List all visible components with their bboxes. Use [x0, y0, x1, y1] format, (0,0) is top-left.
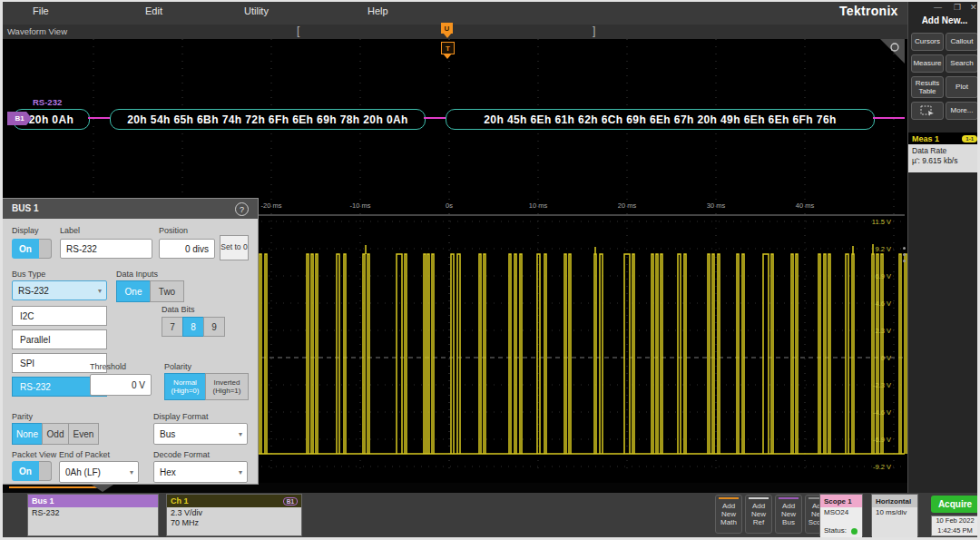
polarity-label: Polarity	[164, 362, 191, 371]
callout-button[interactable]: Callout	[946, 33, 978, 51]
data-bits-8-button[interactable]: 8	[182, 317, 204, 337]
plot-button[interactable]: Plot	[946, 76, 978, 98]
trigger-position-marker[interactable]: T	[441, 42, 455, 54]
volt-tick-label: 9.2 V	[875, 245, 891, 253]
scope1-badge-card[interactable]: Scope 1 MSO24 Status:	[819, 494, 863, 536]
panel-grip-handle[interactable]	[901, 243, 906, 265]
label-field-label: Label	[60, 226, 80, 235]
bus-type-option-i2c[interactable]: I2C	[12, 306, 107, 326]
menu-file[interactable]: File	[33, 5, 49, 16]
horizontal-card-title: Horizontal	[876, 497, 911, 506]
parity-none-button[interactable]: None	[12, 423, 43, 445]
threshold-input[interactable]: 0 V	[90, 374, 152, 396]
bus-packet: 20h 45h 6Eh 61h 62h 6Ch 69h 6Eh 67h 20h …	[446, 109, 875, 130]
help-icon[interactable]: ?	[235, 202, 249, 216]
add-new-math-button[interactable]: Add New Math	[715, 495, 742, 534]
scope1-model: MSO24	[824, 508, 858, 517]
cursors-button[interactable]: Cursors	[911, 33, 944, 51]
bus-idle-line	[424, 117, 446, 119]
end-of-packet-dropdown[interactable]: 0Ah (LF) ▾	[59, 461, 139, 483]
results-table-button[interactable]: Results Table	[911, 76, 944, 98]
more-button[interactable]: More...	[946, 102, 978, 120]
data-inputs-one-button[interactable]: One	[116, 280, 151, 302]
measure-button[interactable]: Measure	[911, 54, 944, 73]
data-bits-9-button[interactable]: 9	[203, 317, 225, 337]
acquire-button[interactable]: Acquire	[931, 496, 979, 513]
volt-tick-label: -4.6 V	[873, 408, 891, 417]
position-input[interactable]: 0 divs	[159, 239, 215, 259]
ch1-badge-card[interactable]: Ch 1 B1 2.3 V/div 70 MHz	[166, 494, 302, 536]
scope1-card-title: Scope 1	[824, 497, 852, 506]
window-minimize-button[interactable]: —	[934, 3, 942, 12]
volt-tick-label: -2.3 V	[873, 381, 891, 389]
end-of-packet-value: 0Ah (LF)	[65, 467, 101, 477]
decode-format-label: Decode Format	[153, 450, 210, 459]
time-tick-label: 20 ms	[618, 201, 636, 210]
trigger-position-arrow-icon	[443, 54, 452, 59]
horizontal-badge-card[interactable]: Horizontal 10 ms/div	[871, 494, 918, 536]
data-bits-7-button[interactable]: 7	[162, 317, 183, 337]
horizontal-scale: 10 ms/div	[876, 508, 914, 517]
set-to-zero-button[interactable]: Set to 0	[220, 235, 249, 260]
packet-view-toggle[interactable]: On	[12, 461, 52, 481]
display-toggle[interactable]: On	[12, 239, 52, 259]
end-of-packet-label: End of Packet	[59, 450, 110, 459]
zoom-bracket-left[interactable]: [	[297, 25, 299, 37]
source-color-stripe	[779, 497, 799, 499]
bus-idle-line	[88, 117, 110, 119]
volt-tick-label: -6.9 V	[873, 436, 891, 444]
zoom-box-icon	[920, 105, 935, 116]
ch1-bandwidth: 70 MHz	[171, 518, 298, 528]
display-toggle-knob	[39, 239, 52, 259]
ch1-card-title: Ch 1	[171, 496, 189, 506]
zoom-box-button[interactable]	[911, 102, 944, 120]
bus-type-label: Bus Type	[12, 270, 45, 279]
bus1-config-dialog: BUS 1 ? Display On Label RS-232 Position…	[2, 198, 259, 485]
chevron-down-icon: ▾	[239, 430, 242, 438]
label-input[interactable]: RS-232	[60, 239, 152, 259]
meas1-source-badge: 1-1	[962, 135, 977, 142]
volt-tick-label: 11.5 V	[872, 218, 891, 226]
display-label: Display	[12, 226, 39, 235]
volt-tick-label: 0 V	[881, 354, 891, 362]
bus-type-option-parallel[interactable]: Parallel	[12, 329, 107, 349]
menu-bar: File Edit Utility Help Tektronix	[0, 0, 980, 25]
chevron-down-icon: ▾	[130, 468, 133, 476]
polarity-inverted-button[interactable]: Inverted (High=1)	[205, 373, 249, 400]
parity-odd-button[interactable]: Odd	[42, 423, 69, 445]
search-button[interactable]: Search	[946, 54, 978, 73]
add-new-heading: Add New...	[908, 15, 980, 25]
decode-format-value: Hex	[160, 467, 176, 477]
parity-even-button[interactable]: Even	[68, 423, 99, 445]
polarity-normal-button[interactable]: Normal (High=0)	[164, 373, 206, 400]
display-format-dropdown[interactable]: Bus ▾	[153, 423, 248, 445]
waveform-view-title: Waveform View	[7, 26, 67, 36]
add-new-bus-button[interactable]: Add New Bus	[775, 495, 802, 534]
volt-tick-label: -9.2 V	[873, 463, 891, 471]
dialog-header[interactable]: BUS 1 ?	[3, 199, 258, 219]
decode-format-dropdown[interactable]: Hex ▾	[153, 461, 248, 483]
window-maximize-button[interactable]: ❐	[954, 3, 961, 12]
menu-help[interactable]: Help	[368, 5, 388, 16]
time-text: 1:42:45 PM	[932, 526, 978, 536]
meas1-result-card[interactable]: Meas 1 1-1 Data Rate µ': 9.615 kb/s	[908, 133, 980, 172]
add-new-ref-button[interactable]: Add New Ref	[745, 495, 772, 534]
scope1-status-label: Status:	[824, 526, 847, 535]
volt-tick-label: 6.9 V	[875, 272, 891, 280]
display-format-label: Display Format	[153, 412, 209, 421]
window-close-button[interactable]: ✕	[970, 3, 977, 12]
meas1-name: Data Rate	[912, 146, 977, 156]
time-tick-label: 40 ms	[796, 201, 814, 210]
chevron-down-icon: ▾	[239, 468, 242, 476]
data-inputs-two-button[interactable]: Two	[150, 280, 184, 302]
zoom-bracket-right[interactable]: ]	[593, 25, 595, 37]
menu-utility[interactable]: Utility	[244, 5, 269, 16]
packet-view-toggle-knob	[39, 461, 52, 481]
tektronix-logo: Tektronix	[839, 4, 898, 18]
right-sidebar: — ❐ ✕ Add New... CursorsCalloutMeasureSe…	[907, 0, 980, 493]
ch1-scale: 2.3 V/div	[171, 508, 298, 518]
status-ok-dot-icon	[851, 528, 858, 535]
bus1-badge-card[interactable]: Bus 1 RS-232	[27, 494, 159, 536]
bus-type-dropdown[interactable]: RS-232 ▾	[12, 280, 107, 300]
menu-edit[interactable]: Edit	[145, 5, 162, 16]
